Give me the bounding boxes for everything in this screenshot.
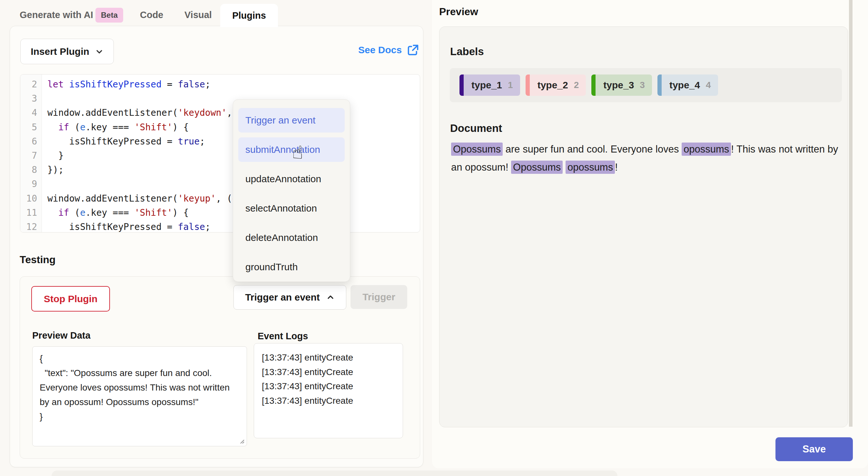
code-line-9: 9 [20,177,420,191]
label-color-bar [657,75,662,96]
document-text-segment: ! [615,161,618,173]
code-line-4: 4window.addEventListener('keydown', [20,106,420,120]
label-shortcut: 4 [706,80,711,90]
label-chip-type_4[interactable]: type_44 [657,75,718,96]
line-number: 7 [20,149,37,163]
line-number: 8 [20,163,37,177]
bottom-panel-edge [52,471,617,476]
event-logs-label: Event Logs [258,331,308,341]
label-chip-type_3[interactable]: type_33 [591,75,652,96]
label-chips-row: type_11type_22type_33type_44 [450,68,842,102]
code-line-7: 7 } [20,149,420,163]
dropdown-item-submitannotation[interactable]: submitAnnotation [238,138,345,162]
annotation-highlight[interactable]: Opossums [451,143,503,156]
label-name: type_1 [471,80,502,91]
insert-plugin-button[interactable]: Insert Plugin [20,39,114,64]
label-color-bar [591,75,595,96]
vertical-scrollbar[interactable] [849,0,852,427]
tab-code[interactable]: Code [140,10,163,20]
dropdown-item-selectannotation[interactable]: selectAnnotation [238,196,345,220]
annotation-highlight[interactable]: opossums [565,160,615,174]
plugin-editor-panel: Insert Plugin See Docs 2let isShiftKeyPr… [10,26,423,467]
event-dropdown-menu: Trigger an eventsubmitAnnotationupdateAn… [233,99,350,282]
event-select[interactable]: Trigger an event [234,285,346,309]
line-number: 6 [20,135,37,149]
preview-heading: Preview [439,6,478,18]
code-editor[interactable]: 2let isShiftKeyPressed = false;34window.… [20,74,420,233]
label-name: type_2 [537,80,568,91]
code-text: } [48,149,64,163]
code-line-2: 2let isShiftKeyPressed = false; [20,78,420,92]
dropdown-item-deleteannotation[interactable]: deleteAnnotation [238,226,345,250]
code-line-11: 11 if (e.key === 'Shift') { [20,206,420,220]
code-text: isShiftKeyPressed = true; [48,135,205,149]
code-text: if (e.key === 'Shift') { [48,120,189,135]
stop-plugin-button[interactable]: Stop Plugin [31,286,110,311]
label-chip-type_2[interactable]: type_22 [526,75,586,96]
code-text: isShiftKeyPressed = false; [48,220,211,233]
document-text: Opossums are super fun and cool. Everyon… [451,140,843,176]
code-line-3: 3 [20,92,420,106]
log-entry: [13:37:43] entityCreate [262,379,395,394]
label-shortcut: 2 [574,80,579,90]
chevron-up-icon [326,293,335,301]
code-text: window.addEventListener('keyup', (e [48,191,238,206]
event-logs-box: [13:37:43] entityCreate[13:37:43] entity… [254,343,403,438]
code-text: let isShiftKeyPressed = false; [48,78,211,92]
event-select-value: Trigger an event [245,292,320,303]
line-number: 10 [20,191,37,206]
line-number: 12 [20,220,37,233]
document-heading: Document [450,122,502,135]
line-number: 9 [20,177,37,191]
log-entry: [13:37:43] entityCreate [262,351,395,365]
dropdown-item-trigger-an-event[interactable]: Trigger an event [238,108,345,132]
code-line-10: 10window.addEventListener('keyup', (e [20,191,420,206]
line-number: 2 [20,78,37,92]
chevron-down-icon [95,48,103,56]
tab-generate-with-ai[interactable]: Generate with AI [20,10,93,20]
line-number: 3 [20,92,37,106]
label-chip-type_1[interactable]: type_11 [460,75,520,96]
code-line-12: 12 isShiftKeyPressed = false; [20,220,420,233]
labels-heading: Labels [450,46,484,58]
document-text-segment: are super fun and cool. Everyone loves [503,144,682,155]
label-shortcut: 3 [640,80,645,90]
preview-panel: Preview Labels type_11type_22type_33type… [432,0,868,468]
beta-badge: Beta [95,8,123,23]
line-number: 5 [20,120,37,135]
external-link-icon [407,44,419,56]
testing-heading: Testing [20,254,56,266]
code-line-8: 8}); [20,163,420,177]
label-color-bar [460,75,464,96]
preview-card: Labels type_11type_22type_33type_44 Docu… [439,26,848,427]
code-text: if (e.key === 'Shift') { [48,206,189,220]
insert-plugin-label: Insert Plugin [31,46,89,57]
testing-card: Stop Plugin Trigger an event Trigger Pre… [20,276,420,458]
code-text: }); [48,163,64,177]
hand-cursor-icon: ☝ [292,142,303,163]
see-docs-label: See Docs [358,44,402,56]
label-color-bar [526,75,530,96]
code-text: window.addEventListener('keydown', [48,106,238,120]
tab-visual[interactable]: Visual [184,10,212,20]
preview-data-textarea[interactable]: { "text": "Opossums are super fun and co… [32,346,247,446]
log-entry: [13:37:43] entityCreate [262,394,395,408]
document-text-segment [563,161,565,173]
label-name: type_4 [670,80,700,91]
annotation-highlight[interactable]: Opossums [511,160,563,174]
label-shortcut: 1 [508,80,513,90]
save-button[interactable]: Save [775,437,853,461]
dropdown-item-groundtruth[interactable]: groundTruth [238,255,345,279]
tab-bar: Generate with AI Beta Code Visual Plugin… [0,0,423,28]
dropdown-item-updateannotation[interactable]: updateAnnotation [238,167,345,191]
annotation-highlight[interactable]: opossums [682,143,731,156]
label-name: type_3 [603,80,634,91]
trigger-button[interactable]: Trigger [350,285,407,309]
preview-data-label: Preview Data [32,330,91,341]
log-entry: [13:37:43] entityCreate [262,365,395,380]
code-line-5: 5 if (e.key === 'Shift') { [20,120,420,135]
line-number: 11 [20,206,37,220]
see-docs-link[interactable]: See Docs [358,44,419,56]
tab-plugins[interactable]: Plugins [220,4,278,27]
line-number: 4 [20,106,37,120]
